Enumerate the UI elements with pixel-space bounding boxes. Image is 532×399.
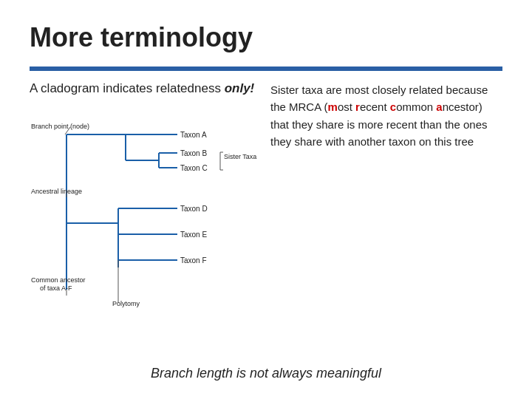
taxon-b-label: Taxon B bbox=[180, 149, 207, 157]
content-row: A cladogram indicates relatedness only! … bbox=[30, 81, 502, 312]
mrca-c: c bbox=[390, 100, 396, 113]
polytomy-label: Polytomy bbox=[112, 300, 140, 307]
common-ancestor-label2: of taxa A-F bbox=[40, 284, 72, 292]
subtitle-text: A cladogram indicates relatedness bbox=[30, 81, 225, 95]
left-column: A cladogram indicates relatedness only! … bbox=[30, 81, 259, 312]
taxon-d-label: Taxon D bbox=[180, 205, 208, 213]
cladogram-diagram: .dt { font-family: Arial, sans-serif; fo… bbox=[30, 112, 259, 312]
page-title: More terminology bbox=[30, 22, 502, 53]
cladogram-svg: .dt { font-family: Arial, sans-serif; fo… bbox=[30, 112, 259, 312]
mrca-a: a bbox=[436, 100, 442, 113]
blue-bar bbox=[30, 66, 502, 71]
sister-taxa-label: Sister Taxa bbox=[224, 153, 256, 160]
branch-point-label: Branch point (node) bbox=[31, 123, 89, 130]
slide: More terminology A cladogram indicates r… bbox=[0, 0, 532, 399]
mrca-m: m bbox=[328, 100, 338, 113]
common-ancestor-label: Common ancestor bbox=[31, 276, 86, 284]
taxon-a-label: Taxon A bbox=[180, 131, 207, 139]
sister-taxa-description: Sister taxa are most closely related bec… bbox=[270, 81, 502, 150]
ancestral-lineage-label: Ancestral lineage bbox=[31, 188, 82, 195]
taxon-e-label: Taxon E bbox=[180, 231, 207, 239]
taxon-c-label: Taxon C bbox=[180, 164, 208, 172]
mrca-r: r bbox=[355, 100, 360, 113]
taxon-f-label: Taxon F bbox=[180, 256, 207, 265]
subtitle: A cladogram indicates relatedness only! bbox=[30, 81, 259, 96]
subtitle-italic: only! bbox=[225, 81, 255, 95]
bottom-label: Branch length is not always meaningful bbox=[0, 366, 532, 381]
